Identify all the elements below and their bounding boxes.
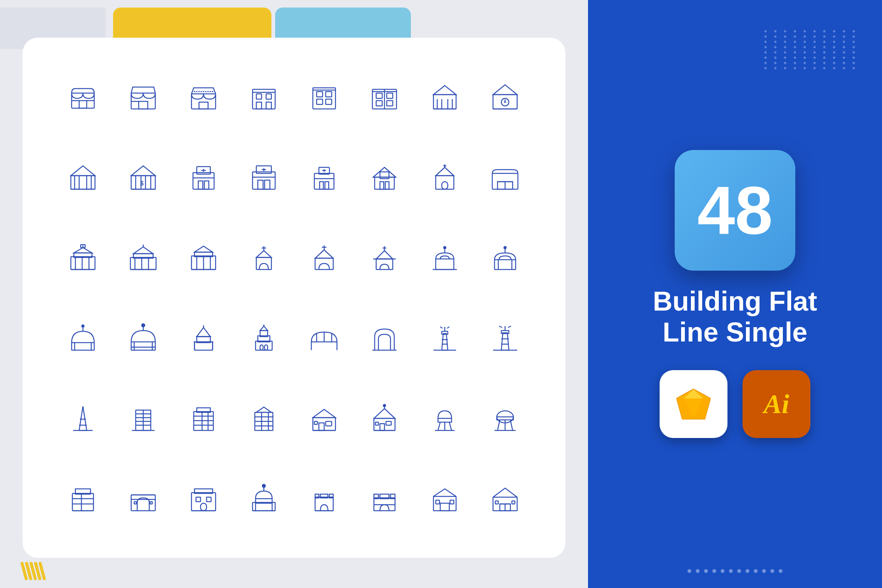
svg-rect-79 [380,182,384,189]
svg-rect-273 [440,503,449,511]
icon-watertower2 [475,403,535,433]
svg-rect-262 [315,497,333,511]
svg-rect-67 [258,180,263,189]
count-badge: 48 [675,150,795,271]
svg-rect-60 [198,181,203,189]
svg-rect-274 [436,500,439,504]
svg-marker-207 [256,407,271,412]
title-line1: Building Flat [653,286,817,317]
icon-govt2 [113,242,173,273]
dot-pattern [764,30,859,69]
svg-marker-116 [256,251,271,257]
svg-rect-275 [450,500,454,504]
svg-rect-68 [265,180,270,189]
icon-court [415,82,475,112]
icon-archway [113,484,173,514]
svg-rect-233 [497,417,513,420]
svg-text:$: $ [140,180,144,187]
ai-label: Ai [764,389,789,420]
svg-marker-42 [71,166,95,176]
icon-skyscraper2 [173,403,234,433]
svg-rect-216 [326,421,332,426]
icon-mosque1 [415,242,475,273]
svg-rect-75 [325,182,329,189]
icon-building3 [354,82,415,112]
icon-church3 [354,242,415,273]
icon-castle1 [294,484,354,514]
icon-arch [354,323,415,353]
svg-point-139 [82,325,84,327]
bottom-dots [688,569,782,573]
icon-dome1 [53,323,113,353]
icon-castle2 [354,484,415,514]
icon-row-1 [53,60,535,133]
product-title: Building Flat Line Single [653,286,817,348]
icon-farmhouse [294,403,354,433]
svg-rect-63 [253,172,275,189]
icon-monument [234,323,294,353]
icon-shed2 [475,484,535,514]
svg-marker-102 [133,247,153,254]
svg-rect-247 [150,502,152,504]
svg-line-228 [438,422,440,430]
icon-warehouse [475,162,535,192]
sketch-app-icon [660,370,727,438]
icon-hospital3 [294,162,354,192]
svg-rect-160 [265,345,268,350]
svg-rect-252 [207,497,211,502]
svg-marker-93 [74,248,92,253]
icon-bridge [294,323,354,353]
svg-marker-120 [315,250,333,258]
icon-obelisk [53,403,113,433]
bottom-decoration [23,562,44,580]
svg-point-136 [504,247,506,249]
svg-rect-238 [72,493,93,511]
icon-mosque2 [475,242,535,273]
icon-church-small [415,162,475,192]
icon-building2 [294,82,354,112]
svg-rect-13 [266,102,271,109]
svg-rect-8 [199,102,208,109]
svg-line-184 [508,326,511,328]
svg-point-144 [142,324,145,327]
svg-rect-173 [442,331,448,334]
svg-marker-36 [493,85,517,95]
svg-line-175 [440,327,443,328]
icon-lighthouse1 [415,323,475,353]
svg-rect-23 [387,93,393,98]
svg-marker-124 [376,251,393,259]
svg-rect-17 [326,92,332,97]
svg-rect-280 [495,501,498,504]
svg-rect-142 [131,342,155,350]
svg-rect-221 [380,424,384,430]
svg-rect-281 [512,501,515,504]
svg-rect-5 [139,101,148,109]
svg-line-234 [498,420,500,430]
svg-rect-128 [436,259,454,270]
svg-rect-74 [320,182,323,189]
svg-rect-19 [326,99,332,104]
svg-rect-10 [256,94,262,99]
icon-skyscraper3 [234,403,294,433]
svg-rect-15 [313,88,335,109]
svg-rect-218 [314,421,317,424]
icon-store2 [113,82,173,112]
icon-row-3 [53,221,535,294]
svg-rect-70 [314,173,334,189]
icon-hospital2 [234,162,294,192]
icon-house1 [354,162,415,192]
svg-rect-246 [134,502,136,504]
svg-rect-215 [319,423,324,430]
illustrator-app-icon: Ai [743,370,810,438]
icon-skyscraper1 [113,403,173,433]
svg-rect-223 [375,422,378,425]
svg-marker-29 [433,86,456,95]
svg-rect-253 [201,503,207,511]
svg-marker-180 [501,333,509,350]
svg-rect-222 [386,421,391,425]
icon-shed1 [415,484,475,514]
title-line2: Line Single [653,317,817,348]
right-panel: 48 Building Flat Line Single Ai [588,0,882,588]
icon-card: $ [23,38,565,558]
svg-point-130 [444,247,446,249]
